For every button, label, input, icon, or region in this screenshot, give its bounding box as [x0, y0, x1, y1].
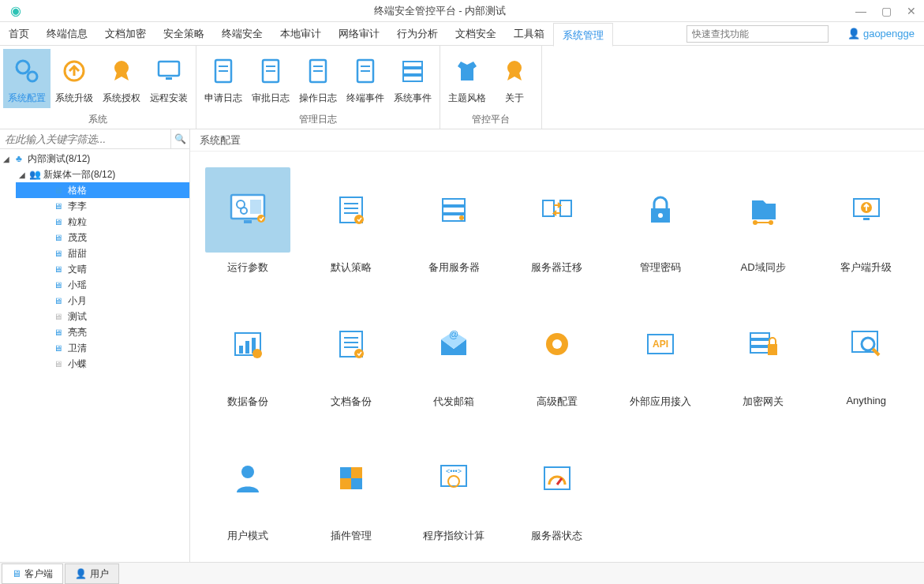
tree-leaf[interactable]: 🖥测试: [16, 309, 189, 324]
tile-fingerprint[interactable]: <•••>程序指纹计算: [402, 436, 506, 554]
ribbon-system-event[interactable]: 系统事件: [389, 49, 436, 108]
tile-label: Anything: [846, 395, 886, 406]
client-icon: 🖥: [54, 264, 68, 274]
client-icon: 🖥: [54, 249, 68, 258]
tile-client-upgrade[interactable]: 客户端升级: [814, 167, 918, 286]
tree-leaf-label: 粒粒: [68, 215, 87, 229]
menu-item[interactable]: 本地审计: [271, 22, 330, 46]
tile-doc-backup[interactable]: 文档备份: [300, 301, 403, 420]
tile-admin-password[interactable]: 管理密码: [608, 167, 712, 286]
tree-expand-icon[interactable]: ◢: [19, 170, 28, 179]
tree-leaf[interactable]: 🖥小瑶: [16, 277, 189, 293]
client-icon: 🖥: [54, 359, 68, 369]
ribbon-theme-style[interactable]: 主题风格: [443, 49, 491, 108]
user-button[interactable]: 👤gaopengge: [838, 28, 924, 39]
svg-rect-20: [403, 76, 422, 81]
menu-item[interactable]: 终端安全: [213, 22, 271, 46]
tree-leaf[interactable]: 🖥茂茂: [16, 230, 189, 245]
svg-point-32: [354, 215, 364, 224]
sidebar-search-button[interactable]: 🔍: [170, 129, 189, 148]
tree-group[interactable]: ◢ 👥 新媒体一部(8/12): [16, 167, 189, 182]
menu-item[interactable]: 工具箱: [505, 22, 553, 46]
tile-run-params[interactable]: 运行参数: [196, 167, 300, 286]
tile-backup-server[interactable]: 备用服务器: [402, 167, 506, 286]
svg-rect-4: [159, 62, 179, 76]
menu-item[interactable]: 行为分析: [388, 22, 447, 46]
ribbon-system-config[interactable]: 系统配置: [3, 49, 51, 108]
tree-leaf[interactable]: 🖥卫清: [16, 340, 189, 356]
anything-icon: [824, 301, 909, 387]
doc-icon: [294, 52, 342, 90]
client-icon: 🖥: [54, 343, 68, 353]
menu-item[interactable]: 首页: [0, 22, 38, 46]
tree-leaf[interactable]: 🖥文晴: [16, 261, 189, 277]
minimize-icon[interactable]: —: [848, 5, 873, 17]
tree-root[interactable]: ◢ ♣ 内部测试(8/12): [0, 151, 189, 167]
footer-tab-用户[interactable]: 👤用户: [65, 563, 119, 584]
menu-bar: 首页终端信息文档加密安全策略终端安全本地审计网络审计行为分析文档安全工具箱系统管…: [0, 22, 924, 46]
ribbon-system-upgrade[interactable]: 系统升级: [51, 49, 98, 108]
tile-data-backup[interactable]: 数据备份: [196, 301, 300, 420]
tile-server-migration[interactable]: 服务器迁移: [506, 167, 609, 286]
tile-label: 运行参数: [227, 260, 268, 275]
tile-user-mode[interactable]: 用户模式: [196, 436, 300, 554]
tile-default-policy[interactable]: 默认策略: [300, 167, 403, 286]
tree-leaf[interactable]: 🖥格格: [16, 182, 189, 198]
ribbon-terminal-event[interactable]: 终端事件: [342, 49, 389, 108]
tile-external-api[interactable]: API外部应用接入: [608, 301, 712, 420]
svg-point-59: [552, 339, 562, 349]
tree-leaf-label: 茂茂: [68, 231, 87, 245]
tree-leaf-label: 甜甜: [68, 247, 87, 260]
tile-server-status[interactable]: 服务器状态: [506, 436, 609, 554]
ribbon-operate-log[interactable]: 操作日志: [294, 49, 342, 108]
svg-point-69: [241, 466, 254, 478]
footer-tab-客户端[interactable]: 🖥客户端: [2, 563, 63, 584]
tile-label: 文档备份: [331, 395, 372, 409]
tree-leaf[interactable]: 🖥亮亮: [16, 324, 189, 340]
ad-sync-icon: [720, 167, 806, 253]
ribbon-system-auth[interactable]: 系统授权: [98, 49, 145, 108]
ribbon-about[interactable]: 关于: [491, 49, 538, 108]
badge-icon: [491, 52, 538, 90]
tile-advanced-config[interactable]: 高级配置: [506, 301, 609, 420]
svg-rect-34: [443, 207, 465, 213]
tile-proxy-mail[interactable]: @代发邮箱: [402, 301, 506, 420]
tree-leaf[interactable]: 🖥小蝶: [16, 356, 189, 372]
title-bar: ◉ 终端安全管控平台 - 内部测试 — ▢ ✕: [0, 0, 924, 22]
tree-expand-icon[interactable]: ◢: [3, 155, 13, 163]
tree-leaf-label: 测试: [68, 310, 87, 324]
close-icon[interactable]: ✕: [899, 5, 924, 17]
menu-item[interactable]: 网络审计: [330, 22, 388, 46]
maximize-icon[interactable]: ▢: [873, 5, 899, 17]
menu-item[interactable]: 文档加密: [96, 22, 155, 46]
svg-line-78: [557, 478, 562, 485]
ribbon-approve-log[interactable]: 审批日志: [247, 49, 294, 108]
tree-leaf[interactable]: 🖥粒粒: [16, 214, 189, 230]
tree-leaf[interactable]: 🖥小月: [16, 293, 189, 309]
tile-ad-sync[interactable]: AD域同步: [712, 167, 815, 286]
menu-item[interactable]: 系统管理: [553, 23, 613, 47]
tree-leaf[interactable]: 🖥李李: [16, 198, 189, 214]
tile-anything[interactable]: Anything: [814, 301, 918, 420]
global-search-input[interactable]: [686, 25, 829, 43]
svg-rect-26: [244, 220, 252, 223]
tree-leaf[interactable]: 🖥甜甜: [16, 245, 189, 261]
menu-item[interactable]: 文档安全: [447, 22, 505, 46]
menu-item[interactable]: 终端信息: [38, 22, 96, 46]
tile-encrypt-gateway[interactable]: 加密网关: [712, 301, 815, 420]
client-icon: 🖥: [54, 328, 68, 337]
tree-leaf-label: 小月: [68, 294, 87, 308]
main-title: 系统配置: [190, 129, 924, 152]
svg-text:API: API: [653, 339, 668, 350]
sidebar-search-input[interactable]: [0, 129, 170, 148]
ribbon-apply-log[interactable]: 申请日志: [200, 49, 247, 108]
sidebar: 🔍 ◢ ♣ 内部测试(8/12) ◢ 👥 新媒体一部(8/12) 🖥格格🖥李李🖥…: [0, 129, 190, 562]
user-icon: 👤: [847, 28, 860, 39]
plugin-manage-icon: [309, 436, 394, 521]
tile-plugin-manage[interactable]: 插件管理: [300, 436, 403, 554]
tree-leaf-label: 小蝶: [68, 358, 87, 371]
external-api-icon: API: [618, 301, 703, 387]
ribbon-remote-install[interactable]: 远程安装: [145, 49, 193, 108]
svg-rect-5: [166, 77, 172, 80]
menu-item[interactable]: 安全策略: [155, 22, 213, 46]
